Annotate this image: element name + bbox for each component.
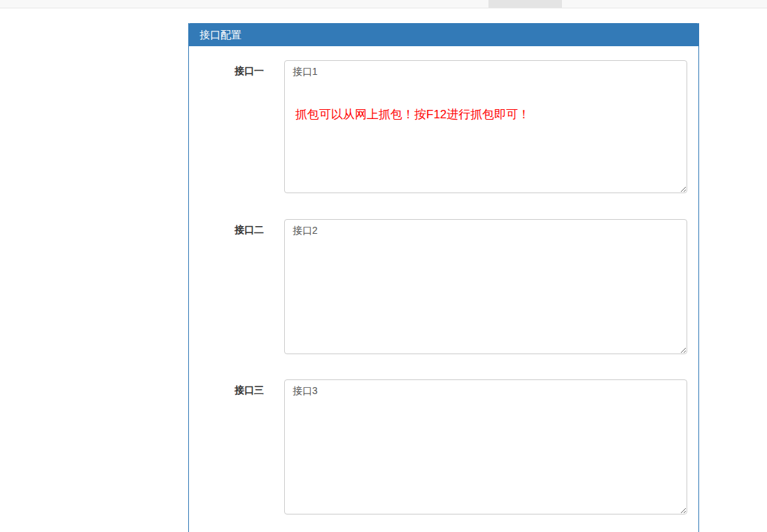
form-group-interface-3: 接口三 接口3 — [199, 379, 688, 514]
interface-1-field-wrap: 接口1 抓包可以从网上抓包！按F12进行抓包即可！ — [284, 60, 687, 193]
interface-3-label: 接口三 — [199, 379, 284, 514]
interface-2-label: 接口二 — [199, 219, 284, 354]
form-group-interface-1: 接口一 接口1 抓包可以从网上抓包！按F12进行抓包即可！ — [199, 60, 688, 193]
top-scrollbar-track — [0, 0, 767, 8]
interface-1-label: 接口一 — [199, 60, 284, 193]
page: 接口配置 接口一 接口1 抓包可以从网上抓包！按F12进行抓包即可！ 接口二 接… — [0, 0, 767, 532]
interface-3-textarea[interactable]: 接口3 — [284, 379, 687, 514]
panel-heading: 接口配置 — [188, 23, 699, 46]
form-group-interface-2: 接口二 接口2 — [199, 219, 688, 354]
interface-2-field-wrap: 接口2 — [284, 219, 687, 354]
interface-1-textarea[interactable]: 接口1 — [284, 60, 687, 193]
panel-title: 接口配置 — [199, 29, 241, 41]
panel-body: 接口一 接口1 抓包可以从网上抓包！按F12进行抓包即可！ 接口二 接口2 接口… — [189, 46, 698, 514]
interface-3-field-wrap: 接口3 — [284, 379, 687, 514]
interface-config-panel: 接口配置 接口一 接口1 抓包可以从网上抓包！按F12进行抓包即可！ 接口二 接… — [188, 23, 699, 532]
interface-2-textarea[interactable]: 接口2 — [284, 219, 687, 354]
top-scrollbar-thumb[interactable] — [488, 0, 562, 8]
